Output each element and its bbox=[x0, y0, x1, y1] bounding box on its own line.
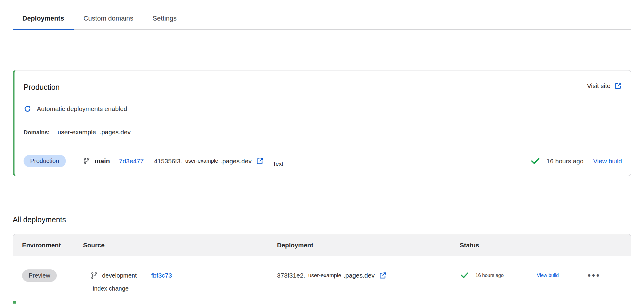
column-header-source: Source bbox=[83, 242, 277, 249]
next-row-green-indicator bbox=[13, 301, 16, 304]
deployment-cell: 373f31e2. user-example .pages.dev bbox=[277, 269, 460, 282]
deployment-id: 373f31e2. bbox=[277, 272, 305, 279]
production-card-body: Production Visit site bbox=[14, 70, 631, 148]
deployment-time: 16 hours ago bbox=[475, 273, 504, 278]
branch-name: main bbox=[95, 157, 110, 165]
git-branch-icon bbox=[90, 272, 98, 279]
auto-deployments-text: Automatic deployments enabled bbox=[37, 105, 127, 112]
domain-name: user-example bbox=[58, 129, 96, 136]
commit-link[interactable]: 7d3e477 bbox=[119, 158, 144, 165]
external-link-icon[interactable] bbox=[256, 157, 264, 165]
branch-name: development bbox=[102, 272, 137, 279]
environment-cell: Preview bbox=[22, 269, 83, 282]
git-branch-icon bbox=[83, 157, 90, 165]
external-link-icon bbox=[614, 82, 622, 90]
tab-settings[interactable]: Settings bbox=[143, 8, 186, 29]
next-row-divider bbox=[13, 301, 631, 304]
domain-suffix: .pages.dev bbox=[100, 129, 131, 136]
page-content: Deployments Custom domains Settings Prod… bbox=[13, 8, 631, 304]
deployment-domain[interactable]: user-example bbox=[185, 158, 218, 164]
commit-message: index change bbox=[93, 284, 277, 293]
column-header-status: Status bbox=[460, 242, 537, 249]
all-deployments-heading: All deployments bbox=[13, 214, 631, 225]
deployment-id: 415356f3. bbox=[154, 158, 182, 165]
tab-deployments[interactable]: Deployments bbox=[13, 8, 74, 30]
deployment-status-group: 16 hours ago View build bbox=[530, 156, 622, 166]
deployment-domain-suffix[interactable]: .pages.dev bbox=[221, 158, 252, 165]
tooltip-text: Text bbox=[273, 161, 283, 167]
visit-site-link[interactable]: Visit site bbox=[587, 82, 622, 90]
deployments-table: Environment Source Deployment Status Pre… bbox=[13, 234, 631, 304]
check-icon bbox=[530, 156, 540, 166]
deployment-domain-suffix[interactable]: .pages.dev bbox=[343, 272, 375, 279]
environment-badge: Preview bbox=[22, 269, 57, 282]
domains-row: Domains: user-example .pages.dev bbox=[24, 129, 622, 136]
column-header-environment: Environment bbox=[22, 242, 83, 249]
production-card: Production Visit site bbox=[13, 70, 631, 176]
row-menu-button[interactable]: ••• bbox=[588, 272, 601, 278]
visit-site-label: Visit site bbox=[587, 82, 610, 90]
commit-link[interactable]: fbf3c73 bbox=[151, 272, 172, 279]
table-header-row: Environment Source Deployment Status bbox=[13, 234, 631, 256]
status-cell: 16 hours ago bbox=[460, 269, 537, 282]
auto-deployments-row: Automatic deployments enabled bbox=[24, 105, 622, 113]
production-deployment-row: Production main 7d3e477 415356f3. user-e… bbox=[14, 148, 631, 176]
environment-badge: Production bbox=[24, 155, 66, 167]
tab-custom-domains[interactable]: Custom domains bbox=[74, 8, 143, 29]
row-menu-cell: ••• bbox=[588, 269, 631, 282]
external-link-icon[interactable] bbox=[379, 272, 387, 279]
production-title: Production bbox=[24, 82, 60, 92]
view-build-cell: View build bbox=[537, 269, 588, 282]
column-header-deployment: Deployment bbox=[277, 242, 460, 249]
view-build-link[interactable]: View build bbox=[593, 158, 622, 165]
view-build-link[interactable]: View build bbox=[537, 273, 559, 278]
check-icon bbox=[460, 271, 469, 280]
tab-bar: Deployments Custom domains Settings bbox=[13, 8, 631, 30]
domains-label: Domains: bbox=[24, 129, 50, 136]
source-cell: development fbf3c73 index change bbox=[83, 269, 277, 293]
deployment-domain[interactable]: user-example bbox=[308, 272, 341, 279]
refresh-icon bbox=[24, 105, 31, 113]
table-row: Preview development fbf3c73 index change bbox=[13, 256, 631, 301]
deployment-time: 16 hours ago bbox=[546, 158, 584, 165]
